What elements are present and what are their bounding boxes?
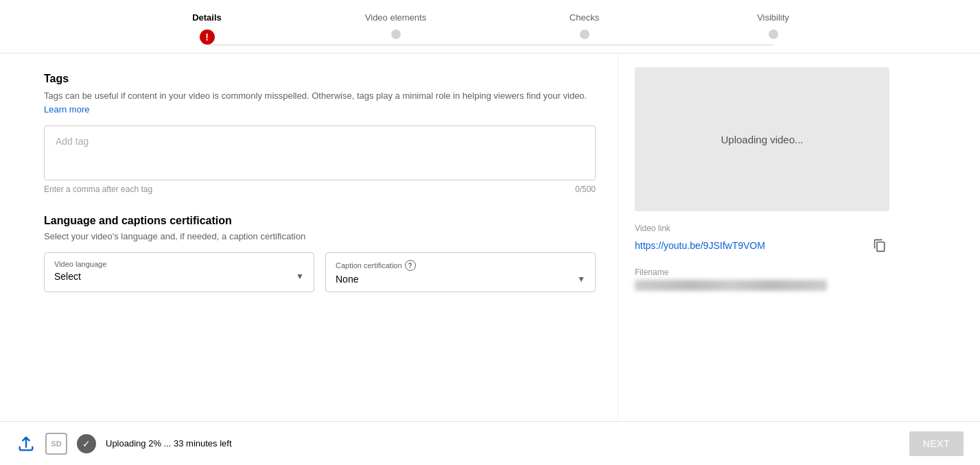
language-title: Language and captions certification bbox=[44, 215, 596, 227]
caption-cert-arrow-icon: ▼ bbox=[577, 274, 585, 284]
right-panel: Uploading video... Video link https://yo… bbox=[618, 53, 906, 421]
caption-cert-value: None ▼ bbox=[336, 274, 585, 285]
video-link-row: https://youtu.be/9JSIfwT9VOM bbox=[635, 236, 889, 255]
copy-icon bbox=[873, 239, 887, 252]
video-language-dropdown[interactable]: Video language Select ▼ bbox=[44, 252, 314, 292]
video-preview: Uploading video... bbox=[635, 67, 889, 211]
video-link-label: Video link bbox=[635, 224, 889, 233]
step-details-indicator: ! bbox=[200, 29, 215, 45]
left-panel: Tags Tags can be useful if content in yo… bbox=[0, 53, 618, 421]
step-visibility[interactable]: Visibility bbox=[679, 12, 867, 39]
main-content: Tags Tags can be useful if content in yo… bbox=[0, 53, 980, 421]
video-link-url[interactable]: https://youtu.be/9JSIfwT9VOM bbox=[635, 240, 765, 251]
step-checks-indicator bbox=[580, 29, 590, 39]
tag-hint-row: Enter a comma after each tag 0/500 bbox=[44, 184, 596, 194]
upload-status: Uploading 2% ... 33 minutes left bbox=[106, 438, 232, 449]
step-video-elements[interactable]: Video elements bbox=[301, 12, 490, 39]
bottom-left: SD ✓ Uploading 2% ... 33 minutes left bbox=[16, 433, 232, 455]
step-video-elements-indicator bbox=[391, 29, 401, 39]
step-visibility-label: Visibility bbox=[757, 12, 789, 23]
tags-section: Tags Tags can be useful if content in yo… bbox=[44, 73, 596, 194]
step-video-elements-label: Video elements bbox=[365, 12, 426, 23]
learn-more-link[interactable]: Learn more bbox=[44, 104, 89, 115]
video-language-label: Video language bbox=[54, 260, 304, 268]
uploading-text: Uploading video... bbox=[721, 134, 803, 145]
upload-arrow-icon bbox=[16, 434, 36, 453]
tag-counter: 0/500 bbox=[575, 184, 596, 194]
copy-link-button[interactable] bbox=[870, 236, 889, 255]
filename-section: Filename bbox=[635, 267, 889, 291]
stepper: Details ! Video elements Checks Visibili… bbox=[113, 12, 867, 45]
language-section: Language and captions certification Sele… bbox=[44, 215, 596, 292]
filename-blurred bbox=[635, 280, 827, 291]
video-link-section: Video link https://youtu.be/9JSIfwT9VOM bbox=[635, 224, 889, 255]
stepper-bar: Details ! Video elements Checks Visibili… bbox=[0, 0, 980, 53]
next-button[interactable]: NEXT bbox=[909, 431, 964, 456]
language-desc: Select your video's language and, if nee… bbox=[44, 231, 596, 241]
tags-desc: Tags can be useful if content in your vi… bbox=[44, 89, 596, 116]
step-details[interactable]: Details ! bbox=[113, 12, 301, 45]
tag-placeholder: Add tag bbox=[56, 136, 89, 147]
step-visibility-indicator bbox=[769, 29, 778, 39]
filename-label: Filename bbox=[635, 267, 889, 277]
caption-cert-help-icon[interactable]: ? bbox=[405, 260, 416, 271]
tags-desc-text: Tags can be useful if content in your vi… bbox=[44, 91, 587, 101]
sd-badge[interactable]: SD bbox=[45, 433, 67, 455]
tag-hint: Enter a comma after each tag bbox=[44, 184, 152, 194]
bottom-bar: SD ✓ Uploading 2% ... 33 minutes left NE… bbox=[0, 421, 980, 465]
step-details-label: Details bbox=[192, 12, 222, 23]
step-checks-label: Checks bbox=[570, 12, 599, 23]
video-language-value: Select ▼ bbox=[54, 271, 304, 282]
caption-cert-label-row: Caption certification ? bbox=[336, 260, 585, 271]
check-circle-button[interactable]: ✓ bbox=[77, 434, 96, 453]
upload-arrow-button[interactable] bbox=[16, 434, 36, 453]
check-mark-icon: ✓ bbox=[82, 438, 91, 449]
step-checks[interactable]: Checks bbox=[490, 12, 679, 39]
dropdowns-row: Video language Select ▼ Caption certific… bbox=[44, 252, 596, 292]
tag-input-box[interactable]: Add tag bbox=[44, 126, 596, 180]
tags-title: Tags bbox=[44, 73, 596, 85]
caption-cert-dropdown[interactable]: Caption certification ? None ▼ bbox=[325, 252, 596, 292]
video-language-arrow-icon: ▼ bbox=[296, 272, 304, 281]
